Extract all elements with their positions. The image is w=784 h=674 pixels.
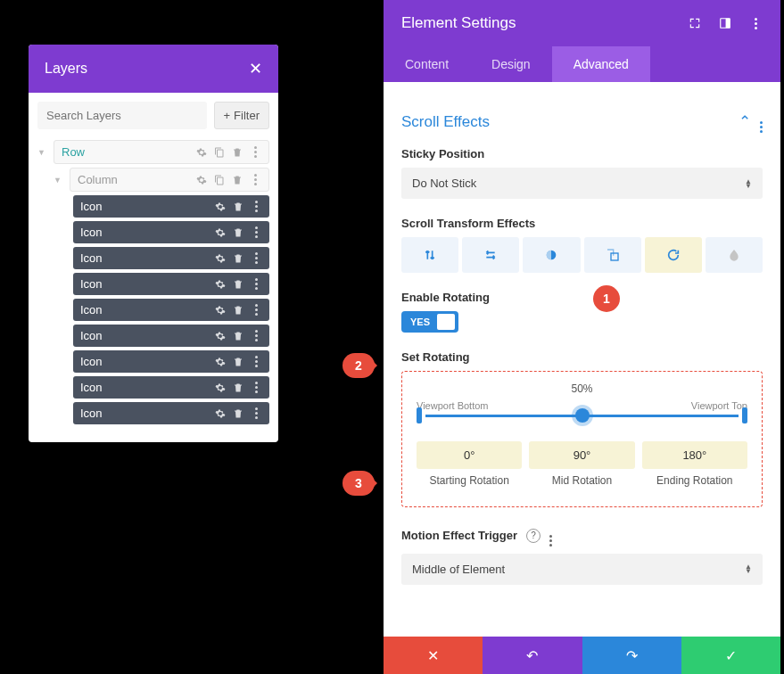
gear-icon[interactable] — [214, 330, 227, 342]
gear-icon[interactable] — [195, 174, 208, 186]
trash-icon[interactable] — [232, 382, 244, 394]
tree-row-icon: Icon — [37, 299, 269, 321]
more-icon[interactable] — [249, 146, 261, 159]
more-icon[interactable] — [250, 252, 262, 265]
effect-fade-button[interactable] — [523, 237, 580, 273]
motion-trigger-value: Middle of Element — [412, 563, 505, 576]
slider-start-handle[interactable] — [417, 407, 422, 423]
layer-icon[interactable]: Icon — [73, 325, 269, 347]
trash-icon[interactable] — [232, 201, 244, 213]
gear-icon[interactable] — [214, 382, 227, 394]
tab-content[interactable]: Content — [384, 46, 470, 82]
select-arrows-icon: ▲▼ — [745, 564, 752, 573]
gear-icon[interactable] — [214, 304, 227, 316]
effect-blur-button[interactable] — [706, 237, 763, 273]
more-icon[interactable] — [250, 330, 262, 342]
more-icon[interactable] — [249, 174, 261, 186]
trash-icon[interactable] — [232, 407, 244, 420]
more-icon[interactable] — [748, 16, 763, 30]
layer-icon[interactable]: Icon — [73, 247, 269, 269]
duplicate-icon[interactable] — [213, 174, 226, 186]
duplicate-icon[interactable] — [213, 146, 226, 159]
tab-advanced[interactable]: Advanced — [552, 46, 650, 82]
trash-icon[interactable] — [232, 278, 244, 291]
layer-icon[interactable]: Icon — [73, 221, 269, 243]
panel-icon[interactable] — [718, 16, 732, 30]
ending-rotation-value[interactable]: 180° — [642, 441, 747, 469]
trash-icon[interactable] — [232, 330, 244, 342]
expand-icon[interactable] — [688, 16, 702, 30]
mid-rotation-value[interactable]: 90° — [529, 441, 634, 469]
more-icon[interactable] — [250, 407, 262, 420]
layer-icon-actions — [214, 201, 262, 213]
layer-icon[interactable]: Icon — [73, 195, 269, 218]
trash-icon[interactable] — [231, 174, 243, 186]
more-icon[interactable] — [760, 111, 763, 133]
layer-icon[interactable]: Icon — [73, 299, 269, 321]
trash-icon[interactable] — [232, 226, 244, 239]
more-icon[interactable] — [250, 226, 262, 239]
caret-icon[interactable]: ▼ — [54, 176, 66, 185]
trash-icon[interactable] — [232, 356, 244, 368]
starting-rotation-value[interactable]: 0° — [417, 441, 522, 469]
layer-icon[interactable]: Icon — [73, 273, 269, 295]
tab-design[interactable]: Design — [470, 46, 552, 82]
mid-rotation-label: Mid Rotation — [529, 474, 634, 489]
slider-end-handle[interactable] — [742, 407, 747, 423]
gear-icon[interactable] — [214, 226, 227, 239]
rotation-slider[interactable] — [417, 402, 747, 429]
more-icon[interactable] — [250, 356, 262, 368]
effect-rotate-button[interactable] — [645, 237, 702, 273]
callout-3: 3 — [342, 471, 375, 496]
layer-icon[interactable]: Icon — [73, 402, 269, 424]
gear-icon[interactable] — [195, 146, 208, 159]
search-input[interactable] — [37, 102, 207, 129]
delete-button[interactable]: ✕ — [384, 637, 483, 674]
layer-icon-label: Icon — [80, 277, 103, 291]
layer-column-actions — [195, 174, 261, 186]
gear-icon[interactable] — [214, 278, 227, 291]
tree-row-icon: Icon — [37, 273, 269, 295]
caret-icon[interactable]: ▼ — [37, 148, 50, 157]
gear-icon[interactable] — [214, 356, 227, 368]
footer-actions: ✕ ↶ ↷ ✓ — [384, 637, 780, 674]
redo-button[interactable]: ↷ — [582, 637, 681, 674]
layer-icon[interactable]: Icon — [73, 376, 269, 399]
effect-horizontal-button[interactable] — [462, 237, 519, 273]
layer-icon-label: Icon — [80, 329, 103, 342]
more-icon[interactable] — [250, 201, 262, 213]
sticky-position-select[interactable]: Do Not Stick ▲▼ — [401, 168, 763, 199]
trash-icon[interactable] — [232, 304, 244, 316]
save-button[interactable]: ✓ — [681, 637, 780, 674]
gear-icon[interactable] — [214, 252, 227, 265]
slider-track[interactable] — [425, 415, 739, 417]
scroll-effects-section[interactable]: Scroll Effects ⌃ — [401, 111, 763, 133]
layer-column-label: Column — [78, 173, 118, 186]
tabs: Content Design Advanced — [384, 46, 780, 82]
close-icon[interactable]: ✕ — [249, 59, 262, 78]
svg-rect-1 — [726, 19, 730, 29]
effect-vertical-button[interactable] — [401, 237, 458, 273]
more-icon[interactable] — [250, 304, 262, 316]
trash-icon[interactable] — [232, 252, 244, 265]
starting-rotation: 0° Starting Rotation — [417, 441, 522, 489]
more-icon[interactable] — [250, 382, 262, 394]
more-icon[interactable] — [250, 278, 262, 291]
sticky-position-value: Do Not Stick — [412, 177, 476, 190]
help-icon[interactable]: ? — [526, 529, 541, 543]
motion-trigger-select[interactable]: Middle of Element ▲▼ — [401, 554, 763, 585]
enable-rotating-row: YES — [401, 311, 763, 333]
enable-rotating-toggle[interactable]: YES — [401, 311, 458, 333]
effect-scale-button[interactable] — [584, 237, 641, 273]
chevron-up-icon[interactable]: ⌃ — [739, 112, 751, 131]
slider-mid-handle[interactable] — [575, 408, 590, 423]
more-icon[interactable] — [549, 525, 552, 547]
layer-row[interactable]: Row — [54, 140, 269, 164]
trash-icon[interactable] — [231, 146, 243, 159]
gear-icon[interactable] — [214, 201, 227, 213]
gear-icon[interactable] — [214, 407, 227, 420]
layer-icon[interactable]: Icon — [73, 350, 269, 373]
undo-button[interactable]: ↶ — [483, 637, 582, 674]
layer-column[interactable]: Column — [70, 168, 269, 192]
filter-button[interactable]: + Filter — [214, 102, 269, 129]
